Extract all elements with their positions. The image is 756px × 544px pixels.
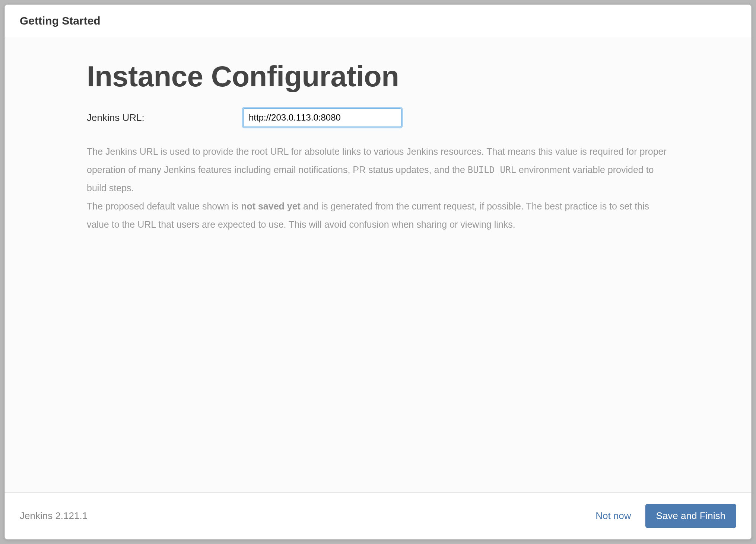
jenkins-version: Jenkins 2.121.1: [20, 510, 88, 522]
not-saved-yet-bold: not saved yet: [241, 201, 301, 211]
page-title: Instance Configuration: [87, 60, 669, 93]
jenkins-url-label: Jenkins URL:: [87, 112, 243, 124]
build-url-code: BUILD_URL: [468, 165, 516, 175]
modal-body: Instance Configuration Jenkins URL: The …: [5, 37, 751, 492]
description-block: The Jenkins URL is used to provide the r…: [87, 143, 669, 234]
jenkins-url-input[interactable]: [243, 108, 401, 127]
desc-text: The proposed default value shown is: [87, 201, 241, 211]
modal-header: Getting Started: [5, 5, 751, 37]
setup-wizard-modal: Getting Started Instance Configuration J…: [4, 4, 752, 540]
modal-footer: Jenkins 2.121.1 Not now Save and Finish: [5, 492, 751, 539]
description-paragraph-1: The Jenkins URL is used to provide the r…: [87, 143, 669, 197]
footer-actions: Not now Save and Finish: [594, 504, 736, 528]
save-and-finish-button[interactable]: Save and Finish: [645, 504, 736, 528]
modal-title: Getting Started: [20, 15, 736, 27]
jenkins-url-row: Jenkins URL:: [87, 108, 669, 127]
not-now-button[interactable]: Not now: [594, 508, 632, 524]
description-paragraph-2: The proposed default value shown is not …: [87, 197, 669, 234]
